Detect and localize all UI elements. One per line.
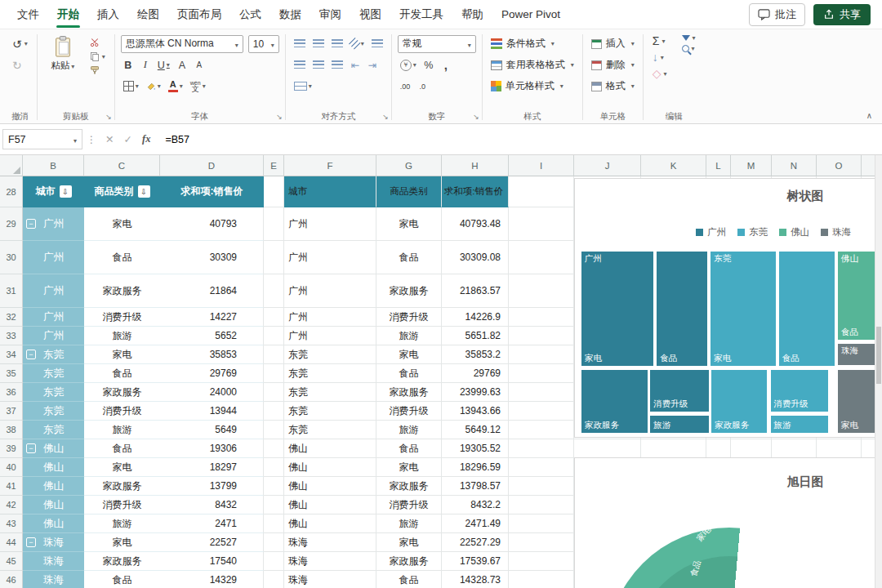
cell-C43[interactable]: 旅游 [84, 514, 160, 533]
treemap-block-东莞-家电[interactable]: 东莞家电 [710, 251, 776, 367]
ribbon-collapse-icon[interactable]: ∧ [866, 111, 872, 120]
row-header-36[interactable]: 36 [0, 383, 23, 402]
cell-D40[interactable]: 18297 [160, 458, 264, 477]
cell-G33[interactable]: 旅游 [376, 327, 442, 345]
cell-H43[interactable]: 2471.49 [442, 514, 509, 533]
cell-F29[interactable]: 广州 [284, 207, 376, 241]
cell-E44[interactable] [264, 533, 284, 552]
find-select-button[interactable] [679, 44, 699, 53]
sunburst-chart[interactable]: 旭日图 食品家电食品中山家电 [574, 457, 882, 588]
cell-I41[interactable] [509, 477, 574, 496]
cell-C38[interactable]: 旅游 [84, 421, 160, 439]
cell-I40[interactable] [509, 458, 574, 477]
select-all-corner[interactable] [0, 155, 23, 176]
cell-B35[interactable]: 东莞 [23, 364, 84, 383]
cell-E31[interactable] [264, 274, 284, 308]
row-header-35[interactable]: 35 [0, 364, 23, 383]
cell-B33[interactable]: 广州 [23, 327, 84, 345]
cell-N39[interactable] [772, 439, 817, 458]
column-header-I[interactable]: I [509, 155, 574, 176]
cell-H46[interactable]: 14328.73 [442, 571, 509, 588]
row-header-32[interactable]: 32 [0, 308, 23, 327]
cell-G34[interactable]: 家电 [376, 345, 442, 364]
column-header-B[interactable]: B [23, 155, 84, 176]
italic-button[interactable]: I [138, 57, 153, 74]
cell-F38[interactable]: 东莞 [284, 421, 376, 439]
scrollbar-thumb[interactable] [876, 327, 881, 384]
enter-button[interactable]: ✓ [118, 133, 136, 145]
cell-B28[interactable]: 城市⇩ [23, 176, 84, 207]
row-header-44[interactable]: 44 [0, 533, 23, 552]
comma-style-button[interactable]: , [439, 57, 453, 74]
cell-styles-button[interactable]: 单元格样式 [488, 76, 577, 96]
menu-tab-开始[interactable]: 开始 [48, 1, 88, 29]
treemap-block-广州-家电[interactable]: 广州家电 [581, 251, 654, 367]
column-header-O[interactable]: O [817, 155, 862, 176]
cell-I38[interactable] [509, 421, 574, 439]
cell-C29[interactable]: 家电 [84, 207, 160, 241]
cell-C45[interactable]: 家政服务 [84, 552, 160, 571]
cell-H37[interactable]: 13943.66 [442, 402, 509, 421]
cell-J39[interactable] [574, 439, 641, 458]
cell-D42[interactable]: 8432 [160, 496, 264, 514]
cell-C31[interactable]: 家政服务 [84, 274, 160, 308]
cell-H32[interactable]: 14226.9 [442, 308, 509, 327]
cell-D41[interactable]: 13799 [160, 477, 264, 496]
underline-button[interactable]: U [155, 57, 172, 74]
phonetic-guide-button[interactable]: wén文 [188, 78, 208, 95]
cell-I42[interactable] [509, 496, 574, 514]
redo-button[interactable]: ↻ [9, 58, 25, 73]
cell-B39[interactable]: −佛山 [23, 439, 84, 458]
cell-B42[interactable]: 佛山 [23, 496, 84, 514]
cell-D33[interactable]: 5652 [160, 327, 264, 345]
cell-M39[interactable] [731, 439, 772, 458]
align-center-button[interactable] [310, 57, 327, 74]
cell-C30[interactable]: 食品 [84, 241, 160, 274]
cell-F42[interactable]: 佛山 [284, 496, 376, 514]
cell-C33[interactable]: 旅游 [84, 327, 160, 345]
treemap-block-家电[interactable]: 家电 [837, 369, 877, 434]
cell-C34[interactable]: 家电 [84, 345, 160, 364]
cell-O39[interactable] [817, 439, 862, 458]
legend-item-佛山[interactable]: 佛山 [779, 226, 809, 238]
cell-D35[interactable]: 29769 [160, 364, 264, 383]
cell-D28[interactable]: 求和项:销售价 [160, 176, 264, 207]
cell-C42[interactable]: 消费升级 [84, 496, 160, 514]
menu-tab-审阅[interactable]: 审阅 [310, 1, 350, 29]
cell-E41[interactable] [264, 477, 284, 496]
row-header-38[interactable]: 38 [0, 421, 23, 439]
decrease-indent-button[interactable]: ⇤ [348, 57, 363, 74]
cancel-button[interactable]: ✕ [100, 133, 118, 145]
bold-button[interactable]: B [121, 57, 136, 74]
cell-G41[interactable]: 家政服务 [376, 477, 442, 496]
cell-B37[interactable]: 东莞 [23, 402, 84, 421]
fill-color-button[interactable] [144, 78, 163, 95]
cell-E34[interactable] [264, 345, 284, 364]
treemap-block-珠海-[interactable]: 珠海 [837, 343, 877, 366]
cell-E45[interactable] [264, 552, 284, 571]
cell-E46[interactable] [264, 571, 284, 588]
column-header-N[interactable]: N [772, 155, 817, 176]
cell-I39[interactable] [509, 439, 574, 458]
column-header-E[interactable]: E [264, 155, 284, 176]
column-header-K[interactable]: K [641, 155, 706, 176]
column-header-F[interactable]: F [284, 155, 376, 176]
delete-cells-button[interactable]: 删除 [589, 55, 637, 75]
treemap-block-佛山-食品[interactable]: 佛山食品 [837, 251, 877, 341]
align-bottom-button[interactable] [329, 36, 345, 52]
cell-E43[interactable] [264, 514, 284, 533]
cell-B41[interactable]: 佛山 [23, 477, 84, 496]
number-format-select[interactable]: 常规 [398, 35, 476, 53]
cell-F37[interactable]: 东莞 [284, 402, 376, 421]
cell-E33[interactable] [264, 327, 284, 345]
menu-tab-帮助[interactable]: 帮助 [452, 1, 492, 29]
cell-D44[interactable]: 22527 [160, 533, 264, 552]
collapse-group-icon[interactable]: − [26, 350, 36, 359]
cell-B38[interactable]: 东莞 [23, 421, 84, 439]
cell-E28[interactable] [264, 176, 284, 207]
treemap-chart[interactable]: 树状图 广州东莞佛山珠海 广州家电食品东莞家电食品佛山食品珠海家政服务消费升级旅… [574, 178, 882, 438]
cell-F43[interactable]: 佛山 [284, 514, 376, 533]
cell-B36[interactable]: 东莞 [23, 383, 84, 402]
cell-G30[interactable]: 食品 [376, 241, 442, 274]
menu-tab-页面布局[interactable]: 页面布局 [168, 1, 230, 29]
